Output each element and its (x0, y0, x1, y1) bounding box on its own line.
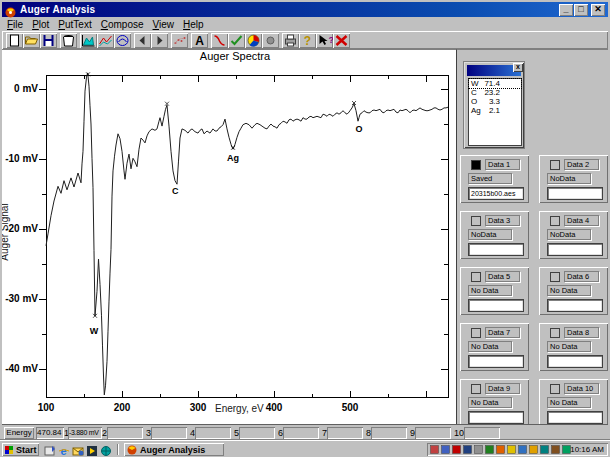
menu-compose[interactable]: Compose (101, 19, 144, 30)
channel-value: -3.880 mV (68, 427, 102, 439)
toolbar-button-arrow-left[interactable] (134, 33, 151, 48)
results-window: x W71.4C23.2O3.3Ag2.1 (463, 61, 525, 149)
data-slot-label[interactable]: Data 2 (564, 159, 599, 170)
data-slot-checkbox[interactable] (550, 328, 560, 338)
tray-icon-2[interactable] (441, 445, 450, 454)
toolbar-button-scatter-points[interactable] (171, 33, 188, 48)
open-folder-icon (23, 33, 40, 48)
data-slot-checkbox[interactable] (550, 216, 560, 226)
gray-dot-icon (262, 33, 279, 48)
data-slot-checkbox[interactable] (550, 272, 560, 282)
data-slot-filename[interactable]: 20315b00.aes (468, 187, 524, 200)
results-close-icon[interactable]: x (513, 63, 523, 72)
peak-label-C: C (172, 186, 179, 196)
tray-icon-11[interactable] (540, 445, 549, 454)
data-slot-checkbox[interactable] (471, 272, 481, 282)
tray-icon-1[interactable] (430, 445, 439, 454)
task-label: Auger Analysis (140, 445, 205, 455)
data-slot-filename[interactable] (547, 299, 603, 312)
menu-help[interactable]: Help (183, 19, 204, 30)
data-slot-filename[interactable] (468, 299, 524, 312)
data-slot-checkbox[interactable] (471, 160, 481, 170)
data-slot-filename[interactable] (468, 243, 524, 256)
menu-file[interactable]: File (7, 19, 23, 30)
toolbar-button-new-document[interactable] (6, 33, 23, 48)
data-slot-checkbox[interactable] (471, 216, 481, 226)
data-slot-filename[interactable] (547, 187, 603, 200)
element-row-O[interactable]: O3.3 (469, 97, 521, 106)
data-slot-checkbox[interactable] (550, 160, 560, 170)
channel-value (195, 427, 231, 439)
toolbar-button-gray-dot[interactable] (262, 33, 279, 48)
menu-view[interactable]: View (153, 19, 175, 30)
maximize-button[interactable]: □ (574, 4, 588, 16)
toolbar-button-line-chart[interactable] (97, 33, 114, 48)
tray-icon-10[interactable] (529, 445, 538, 454)
toolbar-button-red-curve[interactable] (211, 33, 228, 48)
data-slot-checkbox[interactable] (471, 384, 481, 394)
data-slot-label[interactable]: Data 5 (485, 271, 520, 282)
element-row-Ag[interactable]: Ag2.1 (469, 106, 521, 115)
help-question-icon: ? (299, 33, 316, 48)
tray-icon-4[interactable] (463, 445, 472, 454)
data-slot-label[interactable]: Data 8 (564, 327, 599, 338)
menu-plot[interactable]: Plot (32, 19, 49, 30)
toolbar-button-arrow-right[interactable] (151, 33, 168, 48)
data-slot-label[interactable]: Data 10 (564, 383, 599, 394)
data-slot-checkbox[interactable] (471, 328, 481, 338)
toolbar-button-help-question[interactable]: ? (299, 33, 316, 48)
start-button[interactable]: Start (2, 443, 39, 456)
data-slot-label[interactable]: Data 3 (485, 215, 520, 226)
toolbar-button-bucket[interactable] (60, 33, 77, 48)
data-slot-label[interactable]: Data 1 (485, 159, 520, 170)
toolbar-button-circle-curve[interactable] (114, 33, 131, 48)
tray-icon-9[interactable] (518, 445, 527, 454)
y-tick-label: -40 mV (5, 363, 38, 374)
quicklaunch-internet-explorer-icon[interactable]: e (58, 443, 70, 455)
data-slot-filename[interactable] (547, 355, 603, 368)
data-slot-status: No Data (547, 397, 591, 408)
system-tray: 10:16 AM (427, 443, 608, 456)
element-concentration-list[interactable]: W71.4C23.2O3.3Ag2.1 (468, 78, 522, 146)
tray-icon-3[interactable] (452, 445, 461, 454)
data-slot-label[interactable]: Data 6 (564, 271, 599, 282)
tray-icon-6[interactable] (485, 445, 494, 454)
tray-icon-8[interactable] (507, 445, 516, 454)
status-bar: Energy470.841-3.880 mV2345678910 (2, 424, 608, 440)
tray-icon-7[interactable] (496, 445, 505, 454)
data-slot-filename[interactable] (468, 355, 524, 368)
tray-icon-12[interactable] (551, 445, 560, 454)
toolbar-button-context-help[interactable]: ? (316, 33, 333, 48)
task-button-auger-analysis[interactable]: Auger Analysis (124, 443, 224, 456)
data-slot-filename[interactable] (547, 243, 603, 256)
minimize-button[interactable]: _ (559, 4, 573, 16)
toolbar-button-printer[interactable] (282, 33, 299, 48)
data-slot-label[interactable]: Data 9 (485, 383, 520, 394)
energy-label: Energy (4, 427, 34, 439)
quicklaunch-channels-icon[interactable] (100, 443, 112, 455)
quicklaunch-media-player-icon[interactable] (86, 443, 98, 455)
data-slot-checkbox[interactable] (550, 384, 560, 394)
svg-text:?: ? (304, 34, 311, 48)
toolbar-button-close-x[interactable] (333, 33, 350, 48)
data-slot-label[interactable]: Data 4 (564, 215, 599, 226)
quicklaunch-show-desktop-icon[interactable] (44, 443, 56, 455)
element-row-C[interactable]: C23.2 (469, 88, 521, 97)
element-row-W[interactable]: W71.4 (469, 79, 521, 88)
toolbar-button-pie-chart[interactable] (245, 33, 262, 48)
title-bar: Auger Analysis _ □ ✕ (2, 2, 608, 17)
tray-icon-5[interactable] (474, 445, 483, 454)
data-slot-label[interactable]: Data 7 (485, 327, 520, 338)
close-button[interactable]: ✕ (591, 4, 605, 16)
toolbar-button-area-chart[interactable] (80, 33, 97, 48)
chart-area: 1002003004005000 mV-10 mV-20 mV-30 mV-40… (2, 49, 456, 424)
text-a-icon: A (191, 33, 208, 48)
menu-puttext[interactable]: PutText (58, 19, 91, 30)
toolbar-button-text-a[interactable]: A (191, 33, 208, 48)
toolbar-button-check-mark[interactable] (228, 33, 245, 48)
quicklaunch-outlook-icon[interactable] (72, 443, 84, 455)
data-slot-filename[interactable] (547, 411, 603, 424)
toolbar-button-save-disk[interactable] (40, 33, 57, 48)
data-slot-filename[interactable] (468, 411, 524, 424)
toolbar-button-open-folder[interactable] (23, 33, 40, 48)
